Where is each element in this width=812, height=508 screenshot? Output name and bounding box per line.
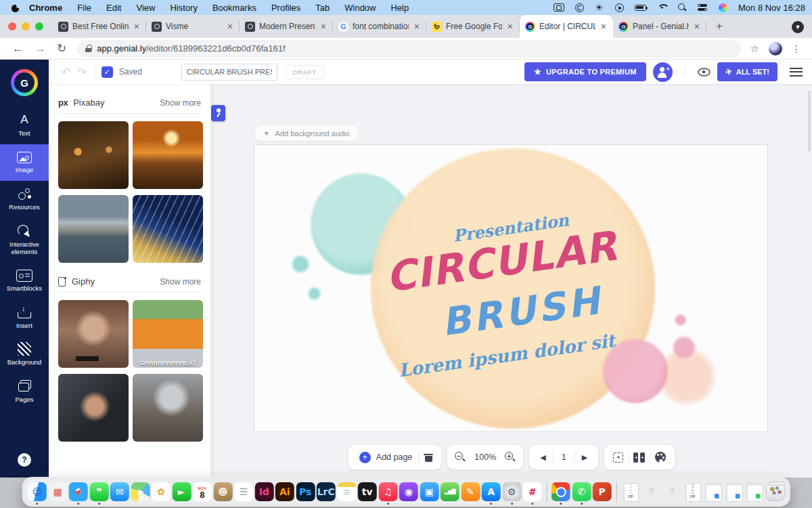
tab-close-button[interactable]: ×	[319, 21, 328, 32]
redo-icon[interactable]: ↷	[77, 66, 86, 79]
browser-tab[interactable]: Modern Presentatio×	[240, 15, 333, 38]
menu-window[interactable]: Window	[344, 3, 376, 13]
lightroom-classic-dock-icon[interactable]: LrC	[317, 482, 336, 501]
unknown-file-2-dock-icon[interactable]: ?	[662, 482, 681, 501]
city-sunset-thumbnail[interactable]	[133, 121, 203, 189]
saved-check-icon[interactable]: ✓	[102, 66, 113, 78]
tab-close-button[interactable]: ×	[600, 21, 608, 32]
sidebar-item-background[interactable]: Background	[0, 336, 49, 373]
add-page-button[interactable]: + Add page	[353, 445, 420, 469]
help-button[interactable]: ?	[18, 453, 31, 467]
photos-dock-icon[interactable]: ✿	[152, 482, 171, 501]
pin-panel-icon[interactable]	[211, 105, 225, 121]
invite-collaborator-button[interactable]: +	[653, 62, 673, 82]
zoom-in-icon[interactable]: +	[505, 452, 516, 463]
facetime-dock-icon[interactable]: ►	[172, 482, 191, 501]
menu-edit[interactable]: Edit	[106, 3, 121, 13]
delete-page-icon[interactable]	[424, 452, 433, 463]
display-icon[interactable]	[554, 3, 564, 12]
system-settings-dock-icon[interactable]: ⚙	[502, 482, 521, 501]
night-traffic-lights-thumbnail[interactable]	[133, 195, 203, 263]
indesign-dock-icon[interactable]: Id	[254, 482, 273, 501]
menu-chrome[interactable]: Chrome	[29, 3, 62, 13]
secure-lock-icon[interactable]	[85, 45, 91, 52]
sidebar-item-smartblocks[interactable]: Smartblocks	[0, 263, 49, 299]
photoshop-dock-icon[interactable]: Ps	[296, 482, 315, 501]
browser-tab[interactable]: GPanel - Genial.ly×	[613, 15, 706, 38]
raccoon-gif-thumbnail[interactable]	[133, 374, 203, 442]
podcasts-dock-icon[interactable]: ◉	[399, 482, 418, 501]
menu-file[interactable]: File	[77, 3, 91, 13]
browser-tab[interactable]: fpFree Google Font p×	[426, 15, 520, 38]
app-store-dock-icon[interactable]: A	[482, 482, 501, 501]
screenshot-file-1-dock-icon[interactable]	[704, 482, 723, 501]
bookmark-star-icon[interactable]: ☆	[750, 43, 759, 55]
screenshot-file-3-dock-icon[interactable]	[745, 482, 764, 501]
new-tab-button[interactable]: +	[710, 18, 728, 35]
woman-glasses-gif-thumbnail[interactable]	[58, 300, 129, 368]
finder-dock-icon[interactable]: ☺	[28, 482, 47, 501]
search-icon[interactable]	[678, 3, 687, 12]
color-wheel-icon[interactable]	[719, 3, 727, 12]
show-more-link[interactable]: Show more	[160, 98, 201, 108]
lakeside-town-thumbnail[interactable]	[58, 195, 129, 263]
sidebar-item-resources[interactable]: Resources	[0, 181, 49, 218]
menu-view[interactable]: View	[136, 3, 155, 13]
tab-close-button[interactable]: ×	[133, 21, 141, 32]
fullscreen-window-button[interactable]	[35, 22, 43, 30]
address-bar[interactable]: app.genial.ly/editor/6189963221d6cb0d76f…	[77, 40, 740, 58]
tab-close-button[interactable]: ×	[413, 21, 421, 32]
panels-view-icon[interactable]	[633, 452, 645, 463]
all-set-publish-button[interactable]: ✈ALL SET!	[717, 62, 777, 81]
menu-profiles[interactable]: Profiles	[271, 3, 300, 13]
previous-page-icon[interactable]: ◀	[533, 453, 552, 462]
theme-palette-icon[interactable]	[655, 452, 666, 463]
canvas-scrollbar[interactable]	[808, 91, 811, 152]
menu-bar-clock[interactable]: Mon 8 Nov 16:28	[738, 3, 805, 13]
browser-profile-avatar[interactable]	[769, 42, 782, 56]
numbers-dock-icon[interactable]: ▂▅▇	[441, 482, 459, 501]
mail-dock-icon[interactable]: ✉	[110, 482, 129, 501]
sidebar-item-insert[interactable]: Insert	[0, 299, 49, 337]
zoom-level[interactable]: 100%	[469, 452, 501, 462]
minimize-window-button[interactable]	[22, 22, 30, 30]
tony-tiger-gif-thumbnail[interactable]: GRRRRRRRRREAT	[133, 300, 203, 368]
sidebar-item-text[interactable]: AText	[0, 107, 49, 144]
safari-dock-icon[interactable]: ➤	[69, 482, 88, 501]
tab-search-button[interactable]: ▼	[792, 21, 804, 33]
toggles-icon[interactable]	[698, 4, 708, 12]
menu-tab[interactable]: Tab	[315, 3, 330, 13]
preview-eye-icon[interactable]	[698, 68, 710, 77]
next-page-icon[interactable]: ▶	[575, 453, 594, 462]
tab-close-button[interactable]: ×	[226, 21, 234, 32]
browser-tab[interactable]: Gfont combinations -×	[333, 15, 426, 38]
chrome-dock-icon[interactable]	[551, 482, 570, 501]
presentation-slide[interactable]: Presentation CIRCULAR BRUSH Lorem ipsum …	[254, 144, 768, 432]
illustrator-dock-icon[interactable]: Ai	[275, 482, 294, 501]
apple-menu-icon[interactable]	[11, 3, 20, 12]
zip-file-1-dock-icon[interactable]: ZIP	[621, 482, 640, 501]
battery-icon[interactable]	[635, 5, 646, 11]
adobe-cc-icon[interactable]	[575, 3, 584, 12]
night-street-thumbnail[interactable]	[58, 121, 129, 189]
slack-dock-icon[interactable]: #	[523, 482, 542, 501]
browser-tab[interactable]: GEditor | CIRCULAR B×	[520, 15, 613, 38]
reload-button[interactable]: ↻	[57, 41, 66, 56]
messages-dock-icon[interactable]: ❞	[89, 482, 108, 501]
pages-dock-icon[interactable]: ✎	[461, 482, 480, 501]
apple-tv-dock-icon[interactable]: tv	[358, 482, 377, 501]
contacts-dock-icon[interactable]: ☻	[213, 482, 232, 501]
menu-history[interactable]: History	[170, 3, 197, 13]
main-menu-icon[interactable]	[790, 68, 803, 77]
menu-help[interactable]: Help	[391, 3, 409, 13]
browser-menu-icon[interactable]: ⋮	[792, 43, 801, 54]
maps-dock-icon[interactable]: ➤	[131, 482, 150, 501]
browser-tab[interactable]: Best Free Online Pr×	[53, 15, 146, 38]
settings-sun-icon[interactable]	[595, 3, 604, 12]
add-background-audio-button[interactable]: + Add background audio	[254, 125, 360, 142]
notes-dock-icon[interactable]: ≡	[337, 482, 356, 501]
zoom-out-icon[interactable]: −	[455, 452, 466, 463]
menu-bookmarks[interactable]: Bookmarks	[212, 3, 256, 13]
undo-icon[interactable]: ↶	[62, 66, 70, 79]
unknown-file-1-dock-icon[interactable]: ?	[641, 482, 660, 501]
